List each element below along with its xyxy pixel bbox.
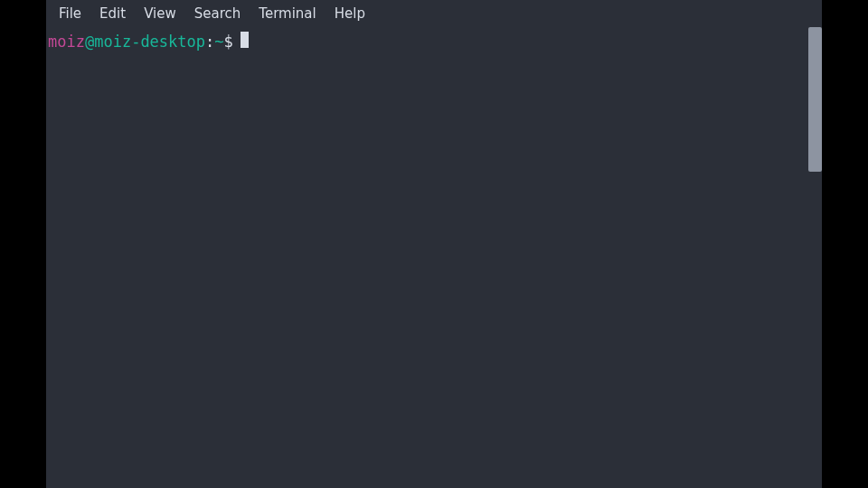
menubar: File Edit View Search Terminal Help [46,0,822,27]
menu-terminal[interactable]: Terminal [250,2,325,25]
menu-view[interactable]: View [135,2,185,25]
menu-search[interactable]: Search [185,2,250,25]
menu-edit[interactable]: Edit [90,2,135,25]
menu-file[interactable]: File [50,2,90,25]
scrollbar-thumb[interactable] [808,27,822,172]
prompt-at: @ [85,33,94,51]
menu-help[interactable]: Help [326,2,374,25]
prompt-dollar: $ [224,33,233,51]
prompt-path: ~ [214,33,223,51]
terminal-body[interactable]: moiz@moiz-desktop:~$ [46,27,822,488]
terminal-window: File Edit View Search Terminal Help moiz… [46,0,822,488]
scrollbar-track[interactable] [808,27,822,488]
cursor-icon [241,32,249,48]
prompt-line: moiz@moiz-desktop:~$ [48,31,820,51]
prompt-colon: : [205,33,214,51]
prompt-user: moiz [48,33,85,51]
prompt-host: moiz-desktop [94,33,205,51]
